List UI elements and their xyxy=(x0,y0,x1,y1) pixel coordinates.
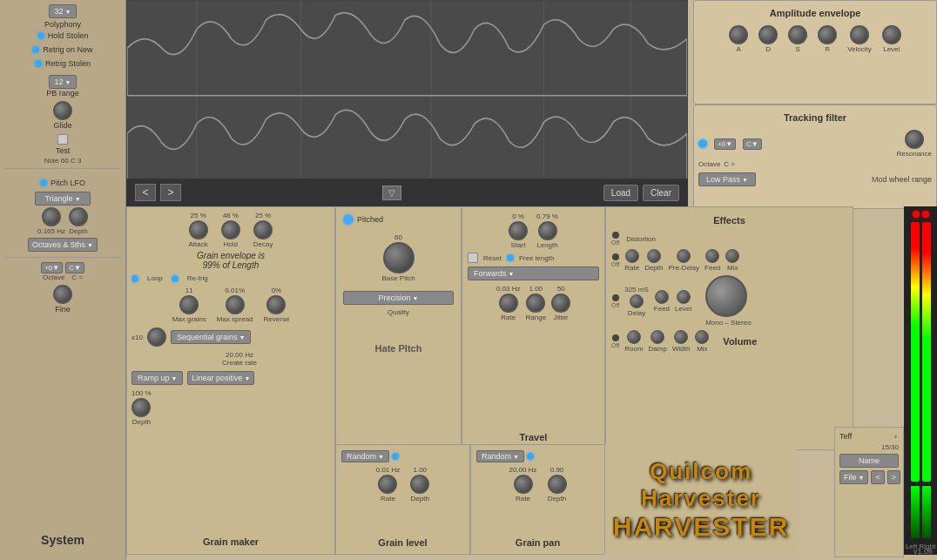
filter-type-dropdown[interactable]: Low Pass▼ xyxy=(698,172,756,186)
forwards-dropdown[interactable]: Forwards▼ xyxy=(468,267,599,280)
travel-range-knob[interactable] xyxy=(526,293,545,313)
decay-env-group: D xyxy=(758,25,778,53)
pitched-led[interactable] xyxy=(343,214,354,225)
mono-stereo-knob[interactable] xyxy=(705,275,747,317)
grain-decay-knob[interactable] xyxy=(253,220,273,240)
length-knob[interactable] xyxy=(538,221,557,240)
reverb-off-led[interactable] xyxy=(612,334,619,341)
grain-decay-value: 25 % xyxy=(255,212,271,219)
reset-row: Reset Free length xyxy=(468,253,599,263)
grain-level-header: Random▼ xyxy=(341,450,464,462)
lfo-depth-knob[interactable] xyxy=(69,207,88,226)
waveform-dropdown[interactable]: Triangle▼ xyxy=(35,192,90,206)
free-length-led[interactable] xyxy=(507,254,514,261)
grain-pan-mode-dropdown[interactable]: Random▼ xyxy=(476,450,524,462)
pb-range-dropdown[interactable]: 12▼ xyxy=(49,75,78,89)
decay-env-knob[interactable] xyxy=(758,25,778,44)
fine-knob[interactable] xyxy=(53,285,72,304)
load-btn[interactable]: Load xyxy=(603,185,638,201)
preset-prev-btn[interactable]: < xyxy=(871,470,884,484)
preset-name-btn[interactable]: Name xyxy=(839,454,899,468)
gp-rate-knob[interactable] xyxy=(514,475,533,494)
octaves-dropdown[interactable]: Octaves & 5ths▼ xyxy=(28,238,98,252)
pitch-lfo-led[interactable] xyxy=(40,179,47,186)
delay-feed-knob[interactable] xyxy=(655,290,669,304)
grain-level-led[interactable] xyxy=(392,453,399,460)
chorus-mix-knob[interactable] xyxy=(725,249,739,263)
linear-positive-dropdown[interactable]: Linear positive▼ xyxy=(187,371,254,385)
sustain-env-knob[interactable] xyxy=(788,25,807,44)
clear-btn[interactable]: Clear xyxy=(643,185,679,201)
retrig-led[interactable] xyxy=(172,275,179,282)
grain-depth-knob[interactable] xyxy=(131,398,151,417)
retrig-new-led[interactable] xyxy=(32,46,39,53)
max-grains-knob[interactable] xyxy=(179,295,199,314)
pre-delay-knob[interactable] xyxy=(677,249,691,263)
prev-btn[interactable]: < xyxy=(135,184,156,201)
grain-level-mode-dropdown[interactable]: Random▼ xyxy=(341,450,389,462)
pitch-lfo-label: Pitch LFO xyxy=(51,179,85,187)
hold-stolen-led[interactable] xyxy=(37,32,44,39)
retrig-stolen-led[interactable] xyxy=(35,60,42,67)
preset-file-btn[interactable]: File▼ xyxy=(839,470,868,484)
tf-led[interactable] xyxy=(698,139,707,148)
travel-rate-knob[interactable] xyxy=(499,293,518,313)
chorus-off-led[interactable] xyxy=(612,253,619,260)
resonance-knob[interactable] xyxy=(905,130,924,149)
loop-led[interactable] xyxy=(131,275,138,282)
next-btn[interactable]: > xyxy=(160,184,181,201)
octave-dropdown-sidebar[interactable]: +0▼ xyxy=(41,262,63,273)
max-spread-knob[interactable] xyxy=(226,295,245,314)
distortion-off-led[interactable] xyxy=(612,232,619,239)
gp-depth-value: 0.90 xyxy=(550,466,564,474)
level-knob[interactable] xyxy=(882,25,901,44)
chorus-depth-knob[interactable] xyxy=(647,249,661,263)
gl-depth-knob[interactable] xyxy=(410,475,429,494)
tf-c-dropdown[interactable]: C▼ xyxy=(743,138,762,150)
damp-knob[interactable] xyxy=(651,330,664,344)
release-env-knob[interactable] xyxy=(818,25,837,44)
grain-attack-knob[interactable] xyxy=(189,220,208,240)
glide-knob[interactable] xyxy=(53,101,72,120)
delay-level-label: Level xyxy=(675,305,691,313)
preset-next-btn[interactable]: > xyxy=(887,470,900,484)
create-rate-knob[interactable] xyxy=(147,327,166,347)
grain-hold-knob[interactable] xyxy=(221,220,240,240)
create-rate-row: x10 Sequential grains▼ xyxy=(131,327,330,347)
preset-header: Teff ▼ xyxy=(839,432,899,441)
grain-level-panel: Random▼ 0.01 Hz Rate 1.00 Depth Grain le… xyxy=(335,444,470,555)
polyphony-dropdown[interactable]: 32▼ xyxy=(49,4,78,18)
travel-jitter-knob[interactable] xyxy=(551,293,570,313)
reset-checkbox[interactable] xyxy=(468,253,478,263)
chorus-rate-knob[interactable] xyxy=(625,249,639,263)
polyphony-label: Polyphony xyxy=(44,20,81,29)
attack-env-knob[interactable] xyxy=(729,25,748,44)
reverb-mix-knob[interactable] xyxy=(695,330,709,344)
lfo-freq-knob[interactable] xyxy=(42,207,61,226)
precision-dropdown[interactable]: Precision▼ xyxy=(343,291,454,305)
delay-off-led[interactable] xyxy=(612,294,619,301)
room-knob[interactable] xyxy=(627,330,641,344)
width-knob[interactable] xyxy=(674,330,688,344)
delay-level-knob[interactable] xyxy=(677,290,691,304)
sequential-dropdown[interactable]: Sequential grains▼ xyxy=(171,330,252,344)
velocity-knob[interactable] xyxy=(850,25,869,44)
delay-time-knob[interactable] xyxy=(630,294,644,308)
chorus-feed-knob[interactable] xyxy=(705,249,719,263)
ramp-up-dropdown[interactable]: Ramp up▼ xyxy=(131,371,183,385)
chorus-row: Off Rate Depth Pre-Delay Feed Mix xyxy=(611,249,847,272)
gp-depth-knob[interactable] xyxy=(548,475,567,494)
quality-label: Quality xyxy=(343,308,454,316)
base-pitch-knob[interactable] xyxy=(383,242,415,273)
gl-rate-knob[interactable] xyxy=(378,475,397,494)
test-checkbox[interactable] xyxy=(57,134,68,145)
reverse-knob[interactable] xyxy=(266,295,286,314)
reverb-row: Off Room Damp Width Mix Volume xyxy=(611,330,847,353)
grain-pan-led[interactable] xyxy=(527,453,534,460)
marker-btn[interactable]: ▽ xyxy=(382,186,401,200)
start-knob[interactable] xyxy=(509,221,528,240)
damp-group: Damp xyxy=(649,330,667,353)
tf-octave-dropdown[interactable]: +0▼ xyxy=(714,138,736,150)
c-dropdown-sidebar[interactable]: C▼ xyxy=(65,262,84,273)
width-group: Width xyxy=(672,330,690,353)
